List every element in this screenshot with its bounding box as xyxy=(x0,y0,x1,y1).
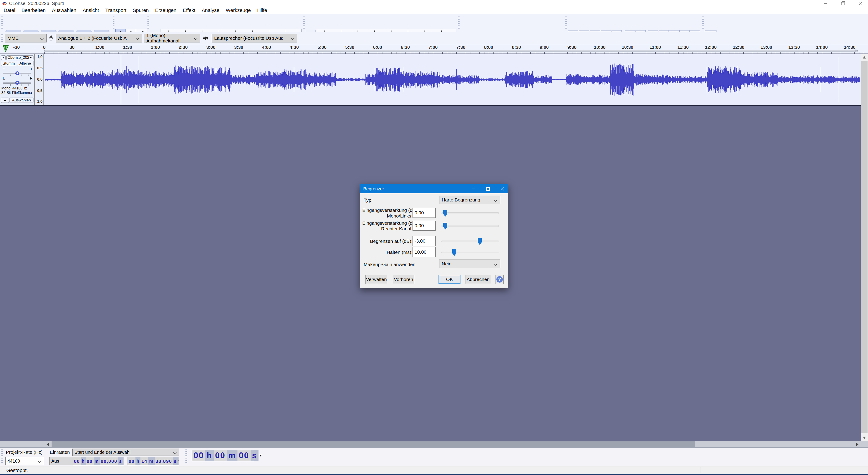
window-maximize-button[interactable] xyxy=(837,0,849,7)
limit-to-input[interactable]: -3,00 xyxy=(412,236,436,246)
track-collapse-button[interactable] xyxy=(1,98,9,103)
toolbar-grip[interactable] xyxy=(303,16,305,30)
track-gain-thumb[interactable] xyxy=(16,71,19,75)
input-gain-right-input[interactable]: 0,00 xyxy=(412,221,436,231)
playback-device-select[interactable]: Lautsprecher (Focusrite Usb Aud xyxy=(212,34,297,42)
time-unit[interactable]: h xyxy=(135,457,141,465)
limit-to-slider-thumb[interactable] xyxy=(478,238,482,245)
menu-bearbeiten[interactable]: Bearbeiten xyxy=(18,7,49,13)
time-digits[interactable]: 00 xyxy=(73,457,81,465)
limit-to-slider[interactable] xyxy=(441,241,499,242)
hold-slider[interactable] xyxy=(441,251,499,253)
time-format-arrow-icon[interactable] xyxy=(124,460,124,462)
input-gain-mono-left-input[interactable]: 0,00 xyxy=(412,208,436,218)
scroll-down-arrow[interactable] xyxy=(861,435,868,441)
time-unit[interactable]: s xyxy=(173,457,178,465)
toolbar-grip[interactable] xyxy=(185,449,187,464)
input-gain-right-slider-thumb[interactable] xyxy=(443,223,447,230)
vertical-scale-ruler[interactable]: 1,0 0,5 0,0 -0,5 -1,0 xyxy=(35,54,44,105)
project-rate-select[interactable]: 44100 xyxy=(5,457,44,465)
ok-button[interactable]: OK xyxy=(438,275,461,284)
hold-input[interactable]: 10,00 xyxy=(412,247,436,257)
vertical-scroll-thumb[interactable] xyxy=(861,61,868,433)
toolbar-grip[interactable] xyxy=(702,16,704,30)
track-mute-button[interactable]: Stumm xyxy=(1,61,16,66)
audio-position-display[interactable]: 00h00m00s xyxy=(192,450,254,461)
input-gain-mono-left-slider[interactable] xyxy=(441,212,499,214)
track-select-button[interactable]: Auswählen xyxy=(9,98,33,103)
waveform-canvas[interactable] xyxy=(44,54,861,105)
time-digits[interactable]: 00 xyxy=(238,450,251,461)
timeline-ruler[interactable]: -300301:001:302:002:303:003:304:004:305:… xyxy=(0,44,868,54)
toolbar-grip[interactable] xyxy=(1,34,3,42)
time-unit[interactable]: h xyxy=(81,457,86,465)
time-format-arrow-icon[interactable] xyxy=(259,455,262,456)
toolbar-grip[interactable] xyxy=(148,16,149,30)
time-digits[interactable]: 38,890 xyxy=(155,457,173,465)
horizontal-scrollbar[interactable] xyxy=(0,441,868,448)
menu-analyse[interactable]: Analyse xyxy=(198,7,222,13)
makeup-gain-select[interactable]: Nein xyxy=(439,260,500,268)
input-gain-mono-left-slider-thumb[interactable] xyxy=(443,210,447,216)
menu-transport[interactable]: Transport xyxy=(102,7,130,13)
track-pan-slider[interactable] xyxy=(3,82,31,83)
time-digits[interactable]: 14 xyxy=(141,457,148,465)
time-unit[interactable]: m xyxy=(94,457,100,465)
selection-end-time[interactable]: 00h14m38,890s xyxy=(128,457,179,465)
track-control-panel[interactable]: × CLohse_202 Stumm Alleine – + L R Mono,… xyxy=(0,54,35,105)
time-unit[interactable]: s xyxy=(251,450,258,461)
scroll-up-arrow[interactable] xyxy=(861,54,868,61)
time-digits[interactable]: 00,000 xyxy=(100,457,118,465)
manage-button[interactable]: Verwalten xyxy=(366,275,387,284)
recording-channels-select[interactable]: 1 (Mono) Aufnahmekanal xyxy=(144,34,200,42)
help-button[interactable]: ? xyxy=(496,275,504,284)
selection-start-time[interactable]: 00h00m00,000s xyxy=(73,457,124,465)
type-select[interactable]: Harte Begrenzung xyxy=(439,196,500,204)
vertical-scrollbar[interactable] xyxy=(861,54,868,441)
toolbar-grip[interactable] xyxy=(1,449,3,464)
selection-mode-select[interactable]: Start und Ende der Auswahl xyxy=(72,448,179,456)
menu-spuren[interactable]: Spuren xyxy=(130,7,152,13)
dialog-close-button[interactable] xyxy=(497,184,508,193)
time-digits[interactable]: 00 xyxy=(86,457,93,465)
hold-slider-thumb[interactable] xyxy=(452,249,456,256)
time-digits[interactable]: 00 xyxy=(214,450,227,461)
time-unit[interactable]: s xyxy=(118,457,123,465)
preview-button[interactable]: Vorhören xyxy=(393,275,414,284)
toolbar-grip[interactable] xyxy=(113,16,115,30)
track-gain-slider[interactable] xyxy=(3,73,31,74)
scrub-bar[interactable] xyxy=(44,50,858,52)
menu-erzeugen[interactable]: Erzeugen xyxy=(152,7,180,13)
window-close-button[interactable] xyxy=(855,0,867,7)
menu-effekt[interactable]: Effekt xyxy=(180,7,198,13)
track-close-button[interactable]: × xyxy=(1,55,6,60)
cancel-button[interactable]: Abbrechen xyxy=(465,275,491,284)
dialog-title-bar[interactable]: Begrenzer xyxy=(360,184,508,193)
time-unit[interactable]: m xyxy=(227,450,238,461)
menu-auswaehlen[interactable]: Auswählen xyxy=(49,7,80,13)
dialog-minimize-button[interactable] xyxy=(468,184,479,193)
horizontal-scroll-thumb[interactable] xyxy=(52,441,695,447)
scroll-right-arrow[interactable] xyxy=(854,441,861,447)
menu-datei[interactable]: Datei xyxy=(0,7,18,13)
toolbar-grip[interactable] xyxy=(565,16,567,30)
dialog-maximize-button[interactable] xyxy=(482,184,494,193)
toolbar-grip[interactable] xyxy=(458,16,460,30)
time-digits[interactable]: 00 xyxy=(128,457,135,465)
scroll-left-arrow[interactable] xyxy=(44,441,51,447)
toolbar-grip[interactable] xyxy=(1,16,3,30)
time-unit[interactable]: m xyxy=(148,457,155,465)
track-title-menu[interactable]: CLohse_202 xyxy=(6,55,33,60)
menu-hilfe[interactable]: Hilfe xyxy=(254,7,270,13)
input-gain-right-slider[interactable] xyxy=(441,225,499,227)
audio-host-select[interactable]: MME xyxy=(5,34,46,42)
track-solo-button[interactable]: Alleine xyxy=(17,61,33,66)
waveform-area[interactable] xyxy=(44,54,861,105)
recording-device-select[interactable]: Analogue 1 + 2 (Focusrite Usb A xyxy=(56,34,142,42)
menu-werkzeuge[interactable]: Werkzeuge xyxy=(222,7,254,13)
track-pan-thumb[interactable] xyxy=(16,81,19,85)
time-unit[interactable]: h xyxy=(205,450,214,461)
window-minimize-button[interactable] xyxy=(819,0,832,7)
time-format-arrow-icon[interactable] xyxy=(179,460,179,462)
time-digits[interactable]: 00 xyxy=(192,450,205,461)
